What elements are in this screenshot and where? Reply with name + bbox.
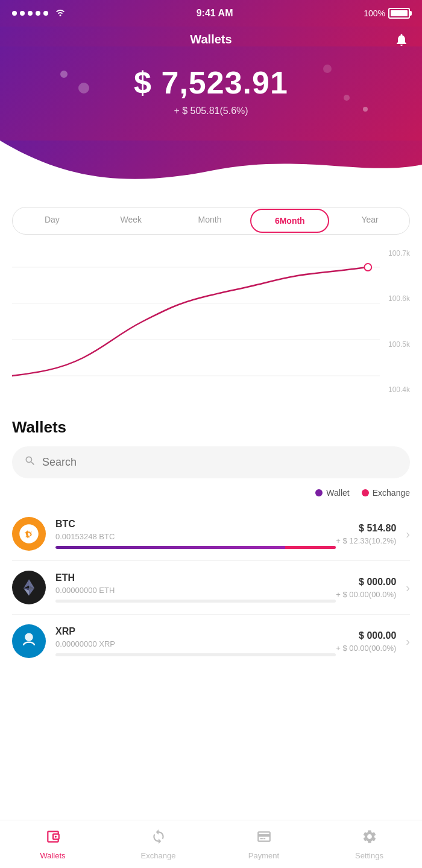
xrp-symbol: XRP	[55, 626, 336, 637]
btc-info: BTC 0.00153248 BTC	[55, 519, 336, 549]
btc-progress-bar	[55, 546, 336, 549]
chart-svg	[12, 249, 380, 394]
svg-marker-6	[24, 580, 29, 589]
btc-value: $ 514.80 + $ 12.33(10.2%)	[336, 523, 396, 545]
eth-info: ETH 0.00000000 ETH	[55, 572, 336, 603]
settings-nav-icon	[362, 829, 377, 848]
eth-chevron-icon[interactable]: ›	[406, 581, 410, 595]
btc-symbol: BTC	[55, 519, 336, 530]
legend-wallet-dot	[315, 489, 323, 496]
nav-payment-label: Payment	[248, 851, 279, 860]
legend-exchange: Exchange	[362, 488, 410, 498]
legend-wallet-label: Wallet	[326, 488, 349, 498]
search-bar[interactable]	[12, 446, 410, 478]
nav-settings[interactable]: Settings	[316, 829, 422, 860]
chart-label-3: 100.5k	[388, 340, 410, 349]
bottom-navigation: Wallets Exchange Payment Settings	[0, 820, 422, 868]
wallets-heading: Wallets	[12, 418, 410, 437]
chart-y-labels: 100.7k 100.6k 100.5k 100.4k	[388, 249, 410, 394]
list-item[interactable]: XRP 0.00000000 XRP $ 000.00 + $ 00.00(00…	[12, 615, 410, 668]
wave-divider	[0, 141, 422, 189]
page-header: Wallets	[0, 27, 422, 46]
xrp-usd: $ 000.00	[336, 630, 396, 641]
xrp-value: $ 000.00 + $ 00.00(00.0%)	[336, 630, 396, 653]
chart-legend: Wallet Exchange	[12, 488, 410, 498]
btc-icon	[12, 517, 46, 551]
btc-usd: $ 514.80	[336, 523, 396, 534]
page-title: Wallets	[190, 33, 231, 46]
chart-section: Day Week Month 6Month Year 100.7k 100.6k…	[0, 189, 422, 406]
eth-change: + $ 00.00(00.0%)	[336, 590, 396, 599]
svg-marker-7	[29, 580, 34, 589]
nav-exchange-label: Exchange	[141, 851, 176, 860]
chart-label-2: 100.6k	[388, 294, 410, 303]
balance-change: + $ 505.81(5.6%)	[12, 106, 410, 116]
hero-section: $ 7,523.91 + $ 505.81(5.6%)	[0, 46, 422, 141]
battery-bar	[388, 8, 410, 19]
wallets-nav-icon	[45, 829, 61, 848]
signal-dots	[12, 8, 66, 19]
signal-dot-2	[20, 11, 25, 16]
status-time: 9:41 AM	[197, 8, 233, 19]
btc-wallet-bar	[55, 546, 285, 549]
legend-wallet: Wallet	[315, 488, 349, 498]
payment-nav-icon	[256, 829, 272, 848]
nav-exchange[interactable]: Exchange	[106, 829, 211, 860]
btc-chevron-icon[interactable]: ›	[406, 527, 410, 541]
filter-year[interactable]: Year	[332, 209, 408, 233]
search-input[interactable]	[42, 456, 398, 469]
filter-week[interactable]: Week	[93, 209, 169, 233]
status-bar: 9:41 AM 100%	[0, 0, 422, 27]
signal-dot-4	[36, 11, 40, 16]
xrp-info: XRP 0.00000000 XRP	[55, 626, 336, 656]
btc-change: + $ 12.33(10.2%)	[336, 536, 396, 545]
xrp-icon	[12, 624, 46, 658]
nav-wallets[interactable]: Wallets	[0, 829, 106, 860]
eth-usd: $ 000.00	[336, 577, 396, 588]
xrp-change: + $ 00.00(00.0%)	[336, 644, 396, 653]
status-battery: 100%	[364, 8, 410, 19]
time-filter[interactable]: Day Week Month 6Month Year	[12, 207, 410, 235]
signal-dot-1	[12, 11, 17, 16]
nav-wallets-label: Wallets	[40, 851, 65, 860]
legend-exchange-dot	[362, 489, 369, 496]
xrp-chevron-icon[interactable]: ›	[406, 635, 410, 648]
eth-amount: 0.00000000 ETH	[55, 586, 336, 595]
list-item[interactable]: ETH 0.00000000 ETH $ 000.00 + $ 00.00(00…	[12, 561, 410, 615]
eth-symbol: ETH	[55, 572, 336, 583]
eth-icon	[12, 571, 46, 604]
nav-payment[interactable]: Payment	[211, 829, 316, 860]
battery-fill	[391, 10, 408, 16]
exchange-nav-icon	[151, 829, 166, 848]
wallets-section: Wallets Wallet Exchange	[0, 406, 422, 668]
signal-dot-5	[43, 11, 48, 16]
battery-percentage: 100%	[364, 8, 385, 18]
filter-month[interactable]: Month	[172, 209, 248, 233]
legend-exchange-label: Exchange	[373, 488, 410, 498]
wifi-icon	[55, 8, 66, 19]
chart-label-1: 100.7k	[388, 249, 410, 258]
chart-label-4: 100.4k	[388, 385, 410, 394]
signal-dot-3	[28, 11, 33, 16]
crypto-list: BTC 0.00153248 BTC $ 514.80 + $ 12.33(10…	[12, 507, 410, 668]
total-balance: $ 7,523.91	[12, 65, 410, 101]
eth-value: $ 000.00 + $ 00.00(00.0%)	[336, 577, 396, 599]
xrp-progress-bar	[55, 653, 336, 656]
nav-settings-label: Settings	[355, 851, 383, 860]
list-item[interactable]: BTC 0.00153248 BTC $ 514.80 + $ 12.33(10…	[12, 507, 410, 561]
eth-progress-bar	[55, 600, 336, 603]
price-chart: 100.7k 100.6k 100.5k 100.4k	[12, 249, 380, 394]
svg-point-12	[25, 633, 33, 642]
btc-amount: 0.00153248 BTC	[55, 532, 336, 541]
filter-6month[interactable]: 6Month	[250, 209, 329, 233]
svg-point-13	[54, 835, 56, 837]
svg-point-4	[364, 264, 371, 271]
search-icon	[24, 455, 36, 470]
filter-day[interactable]: Day	[14, 209, 90, 233]
btc-exchange-bar	[285, 546, 336, 549]
xrp-amount: 0.00000000 XRP	[55, 639, 336, 648]
